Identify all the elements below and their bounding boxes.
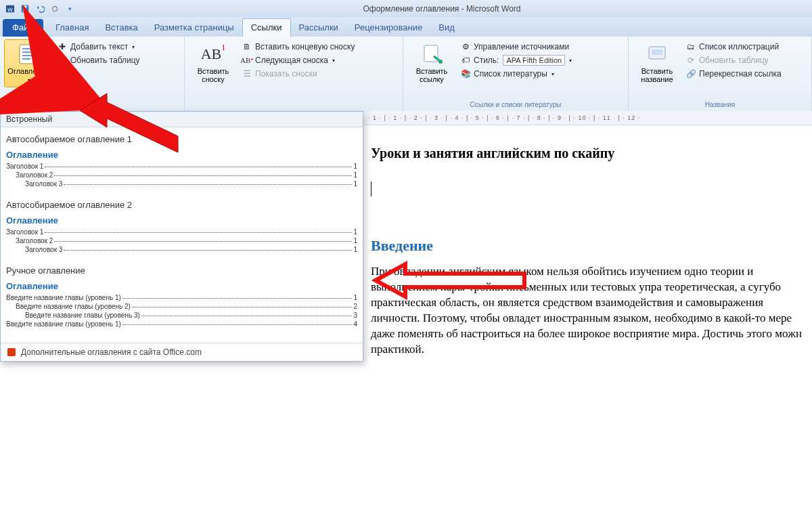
tab-view[interactable]: Вид xyxy=(430,19,463,37)
redo-icon[interactable] xyxy=(49,3,61,15)
cross-reference-button[interactable]: 🔗Перекрестная ссылка xyxy=(684,68,783,80)
toc-preview-line: Введите название главы (уровень 1)1 xyxy=(6,294,357,301)
gallery-item[interactable]: Ручное оглавлениеОглавлениеВведите назва… xyxy=(6,265,357,328)
save-icon[interactable] xyxy=(19,3,31,15)
document-page[interactable]: Уроки и занятия английским по скайпу Вве… xyxy=(364,125,812,364)
group-footnotes: AB1 Вставить сноску 🗎Вставить концевую с… xyxy=(185,37,403,111)
toc-preview-heading: Оглавление xyxy=(6,215,357,226)
manage-sources-button[interactable]: ⚙Управление источниками xyxy=(459,41,573,53)
toc-button-label: Оглавление xyxy=(7,67,49,75)
svg-text:W: W xyxy=(7,7,13,13)
add-text-icon: ✚ xyxy=(57,41,68,52)
style-value[interactable]: APA Fifth Edition xyxy=(503,55,565,66)
group-captions: Вставить название 🗂Список иллюстраций ⟳О… xyxy=(629,37,812,111)
toc-preview-heading: Оглавление xyxy=(6,281,357,291)
group-captions-label: Названия xyxy=(633,100,807,108)
chevron-down-icon: ▾ xyxy=(28,77,30,83)
next-footnote-icon: AB* xyxy=(242,55,252,66)
footnote-icon: AB1 xyxy=(202,43,225,66)
tab-home[interactable]: Главная xyxy=(47,19,97,37)
show-footnotes-button[interactable]: ☰Показать сноски xyxy=(240,68,356,80)
manage-sources-icon: ⚙ xyxy=(460,41,471,52)
bibliography-icon: 📚 xyxy=(460,68,471,79)
chevron-down-icon: ▾ xyxy=(332,58,335,64)
toc-icon xyxy=(17,43,40,66)
refresh-icon: ⟳ xyxy=(685,55,696,66)
crossref-icon: 🔗 xyxy=(685,68,696,79)
chevron-down-icon: ▾ xyxy=(551,71,554,77)
toc-preview-line: Заголовок 21 xyxy=(6,171,357,179)
gallery-item-title: Автособираемое оглавление 2 xyxy=(6,200,357,210)
svg-point-5 xyxy=(53,7,58,12)
citation-icon xyxy=(420,43,443,66)
svg-point-12 xyxy=(438,60,443,64)
text-caret xyxy=(371,182,371,196)
add-text-button[interactable]: ✚Добавить текст▾ xyxy=(55,41,141,53)
group-citations: Вставить ссылку ⚙Управление источниками … xyxy=(403,37,629,111)
bibliography-button[interactable]: 📚Список литературы▾ xyxy=(459,68,573,80)
file-tab[interactable]: Файл xyxy=(3,19,43,37)
update-figures-button[interactable]: ⟳Обновить таблицу xyxy=(684,54,783,66)
svg-rect-9 xyxy=(22,55,35,56)
toc-preview-line: Введите название главы (уровень 1)4 xyxy=(6,320,357,328)
list-figures-icon: 🗂 xyxy=(685,41,696,52)
toc-preview-line: Заголовок 31 xyxy=(6,180,357,188)
tab-mailings[interactable]: Рассылки xyxy=(291,19,346,37)
toc-preview-line: Заголовок 11 xyxy=(6,163,357,170)
tab-review[interactable]: Рецензирование xyxy=(346,19,430,37)
doc-heading: Введение xyxy=(371,237,805,255)
window-title: Оформление оглавления - Microsoft Word xyxy=(76,4,808,14)
refresh-icon: ⟳ xyxy=(57,55,68,66)
insert-caption-button[interactable]: Вставить название xyxy=(633,39,681,87)
svg-marker-18 xyxy=(376,264,524,297)
annotation-arrow-top-shape xyxy=(73,87,188,163)
toc-preview-line: Введите название главы (уровень 2)2 xyxy=(6,303,357,310)
insert-endnote-button[interactable]: 🗎Вставить концевую сноску xyxy=(240,41,356,53)
svg-rect-4 xyxy=(23,6,26,8)
toc-button[interactable]: Оглавление▾ xyxy=(4,39,53,87)
caption-icon xyxy=(646,43,669,66)
citation-style-selector[interactable]: 🏷Стиль:APA Fifth Edition▾ xyxy=(459,54,573,66)
svg-rect-14 xyxy=(652,49,662,55)
title-bar: W ▾ Оформление оглавления - Microsoft Wo… xyxy=(0,0,812,18)
chevron-down-icon: ▾ xyxy=(569,58,572,64)
ribbon-tab-strip: Файл Главная Вставка Разметка страницы С… xyxy=(0,18,812,37)
gallery-item[interactable]: Автособираемое оглавление 2ОглавлениеЗаг… xyxy=(6,200,357,253)
update-toc-button[interactable]: ⟳Обновить таблицу xyxy=(55,54,141,66)
insert-footnote-button[interactable]: AB1 Вставить сноску xyxy=(189,39,238,87)
tab-references[interactable]: Ссылки xyxy=(242,18,291,37)
svg-rect-11 xyxy=(424,45,438,62)
office-icon xyxy=(6,347,17,358)
word-icon: W xyxy=(4,3,16,15)
tab-page-layout[interactable]: Разметка страницы xyxy=(146,19,242,37)
group-citations-label: Ссылки и списки литературы xyxy=(407,100,624,108)
cursor-line xyxy=(371,182,805,199)
gallery-more-online[interactable]: Дополнительные оглавления с сайта Office… xyxy=(1,343,363,361)
qat-more-icon[interactable]: ▾ xyxy=(64,3,76,15)
document-area: · 1 · | · 1 · | · 2 · | · 3 · | · 4 · | … xyxy=(364,111,812,512)
svg-rect-6 xyxy=(20,45,37,64)
svg-rect-3 xyxy=(23,9,26,12)
toc-preview: ОглавлениеЗаголовок 11Заголовок 21Заголо… xyxy=(6,215,357,253)
app-window: W ▾ Оформление оглавления - Microsoft Wo… xyxy=(0,0,812,512)
undo-icon[interactable] xyxy=(34,3,46,15)
horizontal-ruler[interactable]: · 1 · | · 1 · | · 2 · | · 3 · | · 4 · | … xyxy=(364,111,812,125)
next-footnote-button[interactable]: AB*Следующая сноска▾ xyxy=(240,54,356,66)
svg-rect-15 xyxy=(7,348,16,356)
toc-preview: ОглавлениеВведите название главы (уровен… xyxy=(6,281,357,328)
table-of-figures-button[interactable]: 🗂Список иллюстраций xyxy=(684,41,783,53)
tab-insert[interactable]: Вставка xyxy=(97,19,145,37)
style-icon: 🏷 xyxy=(460,55,471,66)
chevron-down-icon: ▾ xyxy=(132,44,135,50)
endnote-icon: 🗎 xyxy=(242,41,252,52)
quick-access-toolbar: W ▾ xyxy=(4,3,76,15)
svg-rect-10 xyxy=(22,58,30,60)
annotation-arrow-doc xyxy=(376,261,531,304)
toc-preview-line: Заголовок 31 xyxy=(6,246,357,253)
insert-citation-button[interactable]: Вставить ссылку xyxy=(407,39,456,87)
toc-preview-line: Заголовок 11 xyxy=(6,228,357,236)
gallery-item-title: Ручное оглавление xyxy=(6,265,357,276)
show-notes-icon: ☰ xyxy=(242,68,252,79)
svg-rect-8 xyxy=(22,51,32,53)
svg-rect-7 xyxy=(22,48,35,49)
